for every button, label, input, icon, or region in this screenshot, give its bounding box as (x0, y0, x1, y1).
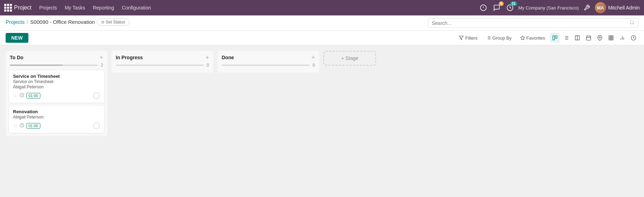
view-icons (550, 33, 638, 43)
add-card-todo[interactable]: + (99, 54, 103, 61)
table-view-button[interactable] (606, 33, 616, 43)
topnav-menu: Projects My Tasks Reporting Configuratio… (36, 4, 155, 12)
status-label: Set Status (106, 20, 125, 25)
breadcrumb: Projects / S00090 - Office Renovation Se… (6, 19, 129, 28)
clock-icon[interactable]: 31 (505, 3, 515, 13)
calendar-view-button[interactable] (584, 33, 593, 43)
column-title-done: Done (222, 55, 309, 60)
card-status-circle[interactable] (93, 122, 100, 129)
nav-projects[interactable]: Projects (36, 4, 61, 12)
favorite-star[interactable]: ☆ (13, 93, 18, 98)
card-footer: ☆ 01:00 (13, 122, 100, 129)
card-footer: ☆ 01:00 (13, 92, 100, 99)
kanban-column-done: Done + 0 (217, 51, 319, 73)
search-bar (428, 18, 638, 28)
column-title-inprogress: In Progress (116, 55, 203, 60)
svg-rect-22 (586, 36, 591, 40)
page-header: Projects / S00090 - Office Renovation Se… (0, 15, 644, 31)
grid-icon (4, 4, 12, 12)
card-status-circle[interactable] (93, 92, 100, 99)
group-by-button[interactable]: Group By (484, 35, 514, 41)
nav-configuration[interactable]: Configuration (118, 4, 154, 12)
svg-rect-12 (553, 36, 555, 40)
user-name: Mitchell Admin (608, 5, 640, 11)
favorites-button[interactable]: Favorites (518, 35, 547, 41)
favorite-star[interactable]: ☆ (13, 123, 18, 129)
kanban-col-header-todo: To Do + (6, 51, 107, 63)
kanban-card: Service on Timesheet Service on Timeshee… (8, 70, 105, 103)
set-status-button[interactable]: Set Status (97, 19, 129, 26)
svg-line-3 (633, 23, 634, 25)
kanban-cards-inprogress (112, 68, 213, 73)
card-clock-icon (20, 93, 24, 98)
activity-view-button[interactable] (629, 33, 638, 43)
card-time: 01:00 (26, 123, 40, 129)
svg-marker-4 (459, 36, 463, 40)
nav-my-tasks[interactable]: My Tasks (61, 4, 88, 12)
company-name[interactable]: My Company (San Francisco) (518, 5, 579, 11)
add-stage-label: + Stage (341, 55, 358, 61)
kanban-cards-todo: Service on Timesheet Service on Timeshee… (6, 68, 107, 136)
support-icon[interactable] (478, 3, 488, 13)
card-title: Service on Timesheet (13, 74, 100, 79)
search-icon (630, 20, 635, 26)
card-clock-icon (20, 123, 24, 129)
app-name: Project (14, 5, 32, 11)
topnav: Project Projects My Tasks Reporting Conf… (0, 0, 644, 15)
filters-button[interactable]: Filters (457, 35, 479, 41)
app-logo[interactable]: Project (4, 4, 32, 12)
group-by-label: Group By (492, 35, 512, 41)
card-person: Abigail Peterson (13, 84, 100, 89)
filters-label: Filters (465, 35, 477, 41)
graph-view-button[interactable] (617, 33, 627, 43)
kanban-card: Renovation Abigail Peterson ☆ 01:00 (8, 105, 105, 133)
add-card-done[interactable]: + (311, 54, 315, 61)
favorites-label: Favorites (526, 35, 545, 41)
chat-badge: 5 (499, 1, 504, 6)
card-title: Renovation (13, 109, 100, 114)
svg-rect-13 (555, 36, 557, 38)
add-stage-button[interactable]: + Stage (323, 51, 376, 66)
kanban-column-inprogress: In Progress + 0 (112, 51, 213, 73)
status-dot (101, 21, 104, 23)
svg-point-2 (630, 21, 633, 24)
filter-group: Filters Group By Favorites (457, 35, 547, 41)
add-card-inprogress[interactable]: + (205, 54, 209, 61)
svg-rect-27 (609, 36, 613, 40)
kanban-column-todo: To Do + 2 Service on Timesheet Service o… (6, 51, 107, 136)
new-button[interactable]: NEW (6, 33, 28, 43)
breadcrumb-separator: / (27, 19, 28, 25)
wrench-icon[interactable] (582, 3, 591, 12)
breadcrumb-current: S00090 - Office Renovation (30, 19, 95, 25)
kanban-view-button[interactable] (550, 33, 560, 43)
list-view-button[interactable] (561, 33, 571, 43)
svg-point-26 (599, 37, 601, 38)
column-count-done: 0 (313, 63, 315, 68)
card-person: Abigail Peterson (13, 115, 100, 120)
card-subtitle: Service on Timesheet (13, 79, 100, 84)
chat-icon[interactable]: 5 (492, 3, 502, 13)
svg-marker-11 (521, 36, 525, 40)
clock-badge: 31 (510, 1, 517, 6)
column-count-inprogress: 0 (207, 63, 209, 68)
column-title-todo: To Do (10, 55, 97, 60)
search-input[interactable] (432, 20, 630, 26)
card-time: 01:00 (26, 93, 40, 98)
map-view-button[interactable] (595, 33, 605, 43)
breadcrumb-projects[interactable]: Projects (6, 19, 25, 25)
nav-reporting[interactable]: Reporting (89, 4, 118, 12)
topnav-right: 5 31 My Company (San Francisco) MA Mitch… (478, 2, 640, 13)
kanban-col-header-done: Done + (217, 51, 319, 63)
kanban-col-header-inprogress: In Progress + (112, 51, 213, 63)
split-view-button[interactable] (572, 33, 582, 43)
user-menu[interactable]: MA Mitchell Admin (595, 2, 640, 13)
avatar: MA (595, 2, 606, 13)
kanban-area: To Do + 2 Service on Timesheet Service o… (0, 45, 644, 185)
column-count-todo: 2 (101, 63, 103, 68)
kanban-cards-done (217, 68, 319, 73)
